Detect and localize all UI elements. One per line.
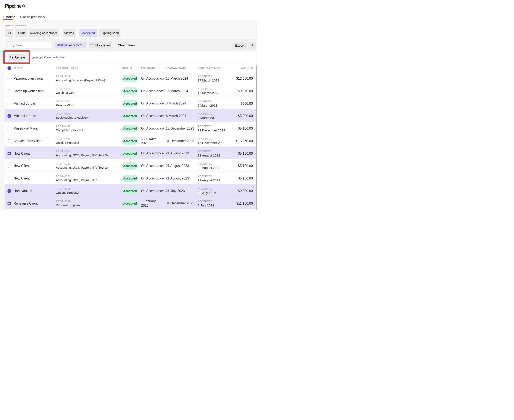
svg-text:?: ? (251, 67, 252, 69)
